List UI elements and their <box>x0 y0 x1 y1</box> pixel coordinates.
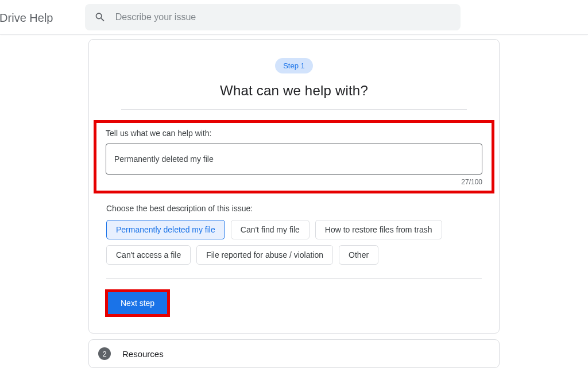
main-content: Step 1 What can we help with? Tell us wh… <box>0 34 588 334</box>
issue-input[interactable] <box>106 144 482 175</box>
step-2-row[interactable]: 2 Resources <box>88 339 500 368</box>
page-title: le Drive Help <box>0 11 53 25</box>
search-icon <box>94 11 106 24</box>
search-input[interactable] <box>115 12 451 22</box>
highlighted-input-area: Tell us what we can help with: 27/100 <box>94 120 494 193</box>
divider <box>121 109 467 110</box>
description-label: Choose the best description of this issu… <box>106 204 482 213</box>
help-card: Step 1 What can we help with? Tell us wh… <box>88 39 500 334</box>
chip-permanently-deleted[interactable]: Permanently deleted my file <box>106 220 225 239</box>
chip-cant-access[interactable]: Can't access a file <box>106 245 191 265</box>
chip-cant-find[interactable]: Can't find my file <box>231 220 310 239</box>
char-counter: 27/100 <box>106 178 482 186</box>
search-box[interactable] <box>85 4 461 30</box>
next-step-button[interactable]: Next step <box>108 292 167 314</box>
header: le Drive Help <box>0 0 588 34</box>
issue-field-label: Tell us what we can help with: <box>106 129 482 138</box>
step-number-badge: 2 <box>98 347 111 360</box>
chip-restore-trash[interactable]: How to restore files from trash <box>315 220 442 239</box>
chip-other[interactable]: Other <box>339 245 378 265</box>
card-heading: What can we help with? <box>105 83 483 99</box>
step-badge: Step 1 <box>275 58 313 73</box>
highlighted-next-area: Next step <box>105 289 170 317</box>
divider <box>106 278 482 279</box>
chip-abuse-violation[interactable]: File reported for abuse / violation <box>196 245 333 265</box>
issue-chips: Permanently deleted my file Can't find m… <box>106 220 483 265</box>
step-2-label: Resources <box>122 349 164 359</box>
